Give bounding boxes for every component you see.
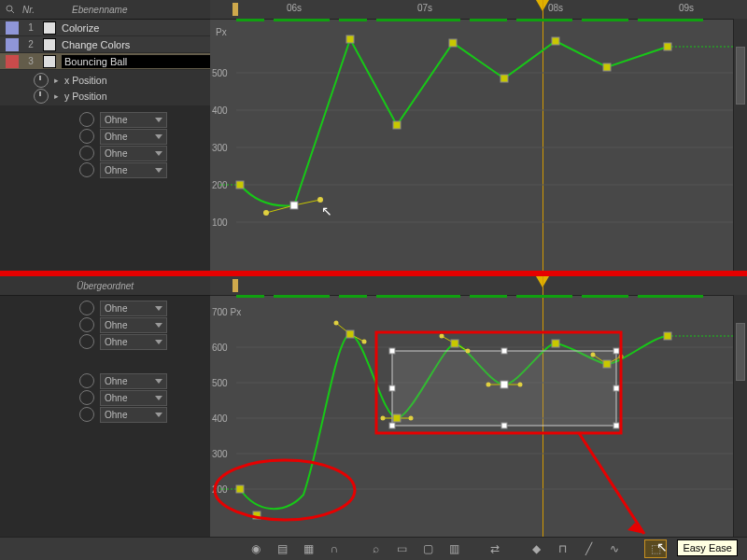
svg-point-50: [466, 349, 471, 354]
pickwhip-icon[interactable]: [79, 407, 94, 422]
parent-dropdown[interactable]: Ohne: [100, 390, 167, 406]
graph-svg-top[interactable]: Px 500 400 300 200 100: [210, 22, 747, 267]
keyframe[interactable]: [552, 340, 559, 347]
chevron-down-icon: [155, 151, 162, 156]
tooltip-text: Easy Ease: [683, 542, 732, 553]
keyframe-selected[interactable]: [290, 202, 298, 209]
zoom-icon[interactable]: ⌕: [364, 539, 387, 558]
y-tick: 400: [212, 413, 228, 424]
scrollbar-thumb[interactable]: [736, 47, 745, 105]
snap-icon[interactable]: ∩: [323, 539, 345, 558]
header-label: Übergeordnet: [77, 281, 134, 291]
y-unit-label: 700 Px: [212, 307, 241, 317]
svg-point-40: [362, 340, 367, 344]
work-area-start[interactable]: [233, 279, 238, 292]
parent-dropdown[interactable]: Ohne: [100, 301, 167, 316]
svg-rect-64: [253, 511, 261, 519]
svg-rect-31: [613, 348, 619, 354]
expand-icon[interactable]: ▸: [54, 91, 59, 101]
svg-point-60: [591, 353, 596, 357]
easy-ease-button[interactable]: ⬚: [644, 539, 667, 558]
graph-options-icon[interactable]: ▤: [271, 539, 293, 558]
parent-dropdown[interactable]: Ohne: [100, 373, 167, 389]
chevron-down-icon: [155, 306, 162, 311]
stopwatch-icon[interactable]: [34, 73, 49, 88]
graph-editor-top[interactable]: 06s 07s 08s 09s Px 500 400 300 200 100: [210, 0, 747, 271]
chevron-down-icon: [155, 168, 162, 173]
svg-point-44: [381, 416, 386, 421]
property-row[interactable]: ▸ y Position: [0, 88, 210, 104]
layer-number: 3: [24, 56, 37, 66]
dropdown-value: Ohne: [105, 115, 127, 125]
hold-keyframe-icon[interactable]: ⊓: [551, 539, 573, 558]
layer-color-chip: [6, 55, 19, 68]
parent-dropdown[interactable]: Ohne: [100, 112, 167, 128]
linear-keyframe-icon[interactable]: ╱: [577, 539, 599, 558]
pickwhip-icon[interactable]: [79, 162, 94, 177]
parent-row: Ohne: [0, 300, 210, 316]
time-ruler[interactable]: 06s 07s 08s 09s: [210, 0, 747, 20]
layer-row-selected[interactable]: 3 Bouncing Ball: [0, 53, 210, 70]
parent-dropdown[interactable]: Ohne: [100, 407, 167, 423]
svg-rect-18: [552, 37, 559, 45]
visibility-checkbox[interactable]: [43, 55, 56, 68]
time-ruler[interactable]: [210, 276, 747, 296]
separate-dimensions-icon[interactable]: ⇄: [484, 539, 506, 558]
search-icon: [6, 5, 15, 14]
svg-rect-34: [389, 423, 395, 428]
keyframe[interactable]: [334, 321, 367, 344]
svg-rect-62: [603, 360, 611, 368]
fit-all-icon[interactable]: ▭: [390, 539, 413, 558]
eye-icon[interactable]: ◉: [245, 539, 267, 558]
layer-row[interactable]: 1 Colorize: [0, 20, 210, 36]
visibility-checkbox[interactable]: [43, 38, 56, 51]
svg-rect-16: [449, 39, 457, 47]
pickwhip-icon[interactable]: [79, 301, 94, 315]
parent-dropdown[interactable]: Ohne: [100, 162, 167, 178]
expand-icon[interactable]: ▸: [54, 76, 59, 85]
auto-bezier-icon[interactable]: ∿: [603, 539, 626, 558]
auto-zoom-icon[interactable]: ▥: [443, 539, 465, 558]
work-area-start[interactable]: [233, 3, 238, 16]
visibility-checkbox[interactable]: [43, 21, 56, 35]
vertical-scrollbar[interactable]: [733, 19, 747, 271]
parent-dropdown[interactable]: Ohne: [100, 317, 167, 333]
parent-dropdown[interactable]: Ohne: [100, 129, 167, 145]
layer-row[interactable]: 2 Change Colors: [0, 36, 210, 53]
property-row[interactable]: ▸ x Position: [0, 72, 210, 88]
pickwhip-icon[interactable]: [79, 146, 94, 161]
pickwhip-icon[interactable]: [79, 129, 94, 144]
edit-keyframe-icon[interactable]: ◆: [525, 539, 547, 558]
pickwhip-icon[interactable]: [79, 373, 94, 388]
show-transform-icon[interactable]: ▦: [297, 539, 319, 558]
pickwhip-icon[interactable]: [79, 112, 94, 127]
svg-rect-29: [389, 348, 395, 354]
svg-rect-46: [393, 414, 401, 422]
layer-name-label[interactable]: Bouncing Ball: [62, 55, 210, 68]
dropdown-value: Ohne: [105, 148, 127, 159]
pickwhip-icon[interactable]: [79, 390, 94, 405]
svg-rect-32: [389, 385, 395, 391]
parent-row: Ohne: [0, 161, 210, 178]
graph-editor-bottom[interactable]: 700 Px 600 500 400 300 200: [210, 276, 747, 560]
parent-dropdown[interactable]: Ohne: [100, 146, 167, 161]
svg-line-1: [11, 10, 14, 13]
scrollbar-thumb[interactable]: [736, 323, 745, 381]
pickwhip-icon[interactable]: [79, 334, 94, 349]
svg-rect-19: [603, 63, 611, 71]
parent-dropdown[interactable]: Ohne: [100, 334, 167, 350]
svg-point-12: [317, 197, 323, 203]
chevron-down-icon: [155, 340, 162, 344]
fit-selection-icon[interactable]: ▢: [416, 539, 439, 558]
chevron-down-icon: [155, 134, 162, 139]
time-tick: 08s: [548, 3, 563, 13]
svg-point-39: [334, 321, 339, 326]
graph-svg-bottom[interactable]: 700 Px 600 500 400 300 200: [210, 299, 747, 530]
pickwhip-icon[interactable]: [79, 317, 94, 332]
graph-editor-toolbar: ◉ ▤ ▦ ∩ ⌕ ▭ ▢ ▥ ⇄ ◆ ⊓ ╱ ∿ ⬚ ⬓ ⬒: [0, 537, 747, 560]
stopwatch-icon[interactable]: [34, 89, 49, 104]
svg-point-54: [486, 383, 491, 387]
vertical-scrollbar[interactable]: [733, 295, 747, 560]
y-tick: 600: [212, 343, 228, 353]
property-name: x Position: [64, 75, 107, 86]
